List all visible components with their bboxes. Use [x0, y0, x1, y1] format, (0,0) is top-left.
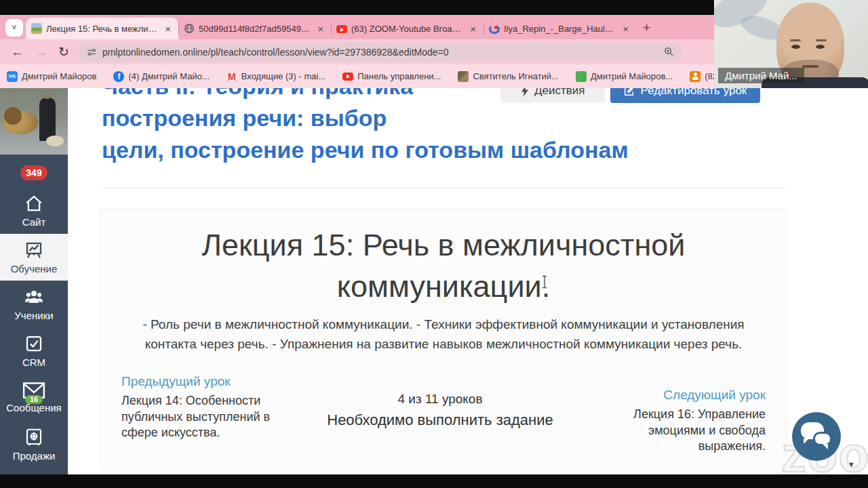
- letterbox-bottom: [0, 474, 868, 488]
- sidebar-item-label: Обучение: [11, 263, 58, 274]
- facebook-icon: f: [113, 71, 124, 82]
- edit-lesson-button[interactable]: Редактировать урок: [610, 88, 760, 103]
- safe-icon: [24, 427, 44, 447]
- bookmark-mayorov[interactable]: Дмитрий Майоров...: [576, 71, 673, 82]
- video-thumbnail-painting: [0, 88, 68, 155]
- sidebar-item-sales[interactable]: Продажи: [0, 421, 68, 468]
- webcam-video: Дмитрий Май...: [714, 0, 868, 88]
- new-tab-button[interactable]: +: [643, 20, 650, 35]
- home-icon: [23, 193, 45, 214]
- lesson-progress: 4 из 11 уроков: [276, 392, 604, 407]
- bookmark-facebook[interactable]: f (4) Дмитрий Майо...: [113, 71, 209, 82]
- tab-title: Ilya_Repin_-_Barge_Haulers_on_: [504, 24, 616, 34]
- close-tab-icon[interactable]: ×: [163, 23, 173, 35]
- tab-youtube[interactable]: (63) ZOOM-Youtube Broadcast ×: [331, 18, 484, 39]
- bookmark-vk[interactable]: VK Дмитрий Майоров: [7, 71, 96, 82]
- page-favicon-icon: [31, 23, 42, 34]
- sidebar-item-label: CRM: [22, 357, 45, 368]
- tab-hash[interactable]: 50d99d114f8d2f7ad59549e412 ×: [178, 18, 331, 39]
- participant-name: Дмитрий Май...: [718, 68, 804, 83]
- image-bookmark-icon: [458, 71, 469, 82]
- sidebar-item-site[interactable]: Сайт: [0, 187, 68, 234]
- bookmark-gmail[interactable]: M Входящие (3) - mai...: [226, 71, 326, 82]
- bookmark-label: Святитель Игнатий...: [473, 71, 559, 81]
- previous-lesson-block: Предыдущий урок Лекция 14: Особенности п…: [121, 374, 276, 454]
- edit-icon: [624, 88, 635, 96]
- lesson-description: - Роль речи в межличностной коммуникации…: [121, 314, 766, 354]
- lesson-actions-row: Действия Редактировать урок: [500, 88, 760, 103]
- bookmark-label: Панель управлени...: [357, 71, 441, 81]
- lightning-icon: [521, 88, 529, 97]
- address-bar[interactable]: pmlptonlinedomen.online/pl/teach/control…: [79, 43, 682, 62]
- bookmark-label: Дмитрий Майоров...: [591, 71, 673, 81]
- edit-button-label: Редактировать урок: [640, 88, 747, 98]
- tab-title: (63) ZOOM-Youtube Broadcast: [351, 24, 464, 34]
- sidebar-item-students[interactable]: Ученики: [0, 281, 68, 327]
- tab-lesson[interactable]: Лекция 15: Речь в межличнос ×: [26, 18, 178, 39]
- gmail-icon: M: [226, 71, 237, 82]
- app-sidebar: 349 Сайт Обучение Ученики CRM 16: [0, 88, 68, 474]
- sidebar-item-label: Сайт: [22, 216, 46, 228]
- youtube-icon: [342, 71, 353, 82]
- lesson-requirement: Необходимо выполнить задание: [276, 411, 604, 429]
- bookmark-label: Дмитрий Майоров: [22, 71, 96, 81]
- chat-bubble-small-icon: [813, 432, 832, 446]
- close-tab-icon[interactable]: ×: [468, 23, 478, 35]
- eyebrow: [790, 39, 801, 41]
- scroll-down-arrow[interactable]: ▼: [848, 460, 855, 468]
- bookmark-label: Входящие (3) - mai...: [241, 71, 326, 81]
- section-title-line: построения речи: выбор: [102, 102, 787, 134]
- lesson-card: Лекция 15: Речь в межличностной коммуник…: [100, 208, 787, 470]
- eye: [816, 45, 825, 49]
- chat-fab-button[interactable]: [792, 412, 841, 461]
- eyebrow: [816, 39, 827, 41]
- actions-button[interactable]: Действия: [500, 88, 605, 103]
- previous-lesson-link[interactable]: Предыдущий урок: [121, 374, 276, 389]
- check-square-icon: [24, 333, 44, 354]
- sidebar-item-crm[interactable]: CRM: [0, 327, 68, 374]
- youtube-favicon-icon: [336, 25, 347, 33]
- next-lesson-link[interactable]: Следующий урок: [604, 388, 766, 403]
- reload-icon[interactable]: ↻: [58, 44, 69, 60]
- bookmark-label: (4) Дмитрий Майо...: [128, 71, 209, 81]
- close-tab-icon[interactable]: ×: [620, 23, 631, 35]
- sidebar-item-label: Продажи: [13, 450, 56, 462]
- site-info-icon[interactable]: [87, 47, 96, 57]
- tab-title: Лекция 15: Речь в межличнос: [46, 24, 159, 34]
- actions-button-label: Действия: [534, 88, 585, 98]
- vk-icon: VK: [7, 71, 18, 82]
- section-title-line: цели, построение речи по готовым шаблона…: [102, 134, 787, 166]
- zoom-page-icon[interactable]: [664, 47, 674, 57]
- url-text[interactable]: pmlptonlinedomen.online/pl/teach/control…: [102, 47, 664, 58]
- mouth: [802, 65, 818, 68]
- forward-icon[interactable]: →: [35, 45, 47, 60]
- sidebar-item-training[interactable]: Обучение: [0, 234, 68, 281]
- monk-figure: [39, 98, 56, 141]
- green-site-icon: [576, 71, 587, 82]
- lesson-page-content: Часть II: Теория и практика построения р…: [68, 88, 868, 474]
- text-cursor: [541, 275, 548, 289]
- lesson-title: Лекция 15: Речь в межличностной коммуник…: [128, 225, 759, 308]
- page-workspace: 349 Сайт Обучение Ученики CRM 16: [0, 88, 868, 474]
- eye: [791, 45, 800, 49]
- next-lesson-title[interactable]: Лекция 16: Управление эмоциями и свобода…: [604, 407, 766, 454]
- tab-wikimedia[interactable]: Ilya_Repin_-_Barge_Haulers_on_ ×: [484, 18, 636, 39]
- back-icon[interactable]: ←: [11, 45, 24, 60]
- messages-count-badge: 16: [25, 395, 43, 404]
- lion-figure: [3, 111, 38, 134]
- bookmark-youtube[interactable]: Панель управлени...: [342, 71, 441, 82]
- sidebar-item-messages[interactable]: 16 Сообщения: [0, 374, 68, 421]
- basket-figure: [46, 136, 64, 146]
- wikimedia-favicon-icon: [489, 24, 500, 34]
- lesson-progress-block: 4 из 11 уроков Необходимо выполнить зада…: [276, 392, 604, 454]
- sidebar-item-label: Ученики: [14, 310, 53, 321]
- people-icon: [22, 287, 45, 307]
- tab-title: 50d99d114f8d2f7ad59549e412: [199, 24, 311, 34]
- close-tab-icon[interactable]: ×: [315, 23, 326, 35]
- easel-chart-icon: [23, 240, 45, 260]
- tab-search-button[interactable]: ˅: [5, 19, 23, 37]
- previous-lesson-title[interactable]: Лекция 14: Особенности публичных выступл…: [121, 393, 276, 441]
- notification-badge: 349: [20, 165, 47, 180]
- tab-search-chevron-icon: ˅: [12, 23, 16, 33]
- bookmark-ignatiy[interactable]: Святитель Игнатий...: [458, 71, 559, 82]
